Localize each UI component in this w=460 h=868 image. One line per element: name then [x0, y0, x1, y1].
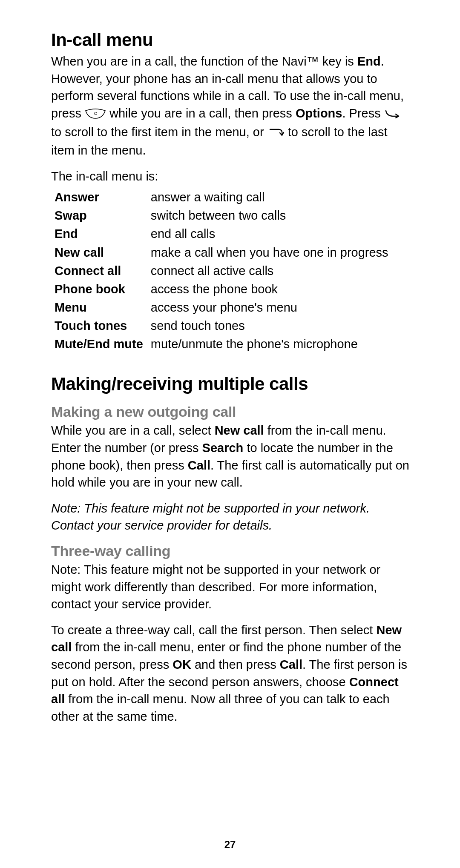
menu-term: End — [55, 225, 151, 243]
scroll-up-icon — [267, 124, 285, 142]
table-row: Phone bookaccess the phone book — [55, 280, 388, 298]
menu-term: Menu — [55, 298, 151, 317]
bold-new-call: New call — [215, 424, 264, 437]
menu-term: Phone book — [55, 280, 151, 298]
c-key-icon: c — [85, 106, 106, 124]
menu-desc: access the phone book — [151, 280, 388, 298]
heading-multiple-calls: Making/receiving multiple calls — [51, 374, 413, 394]
text: While you are in a call, select — [51, 424, 215, 437]
bold-call: Call — [188, 458, 210, 472]
menu-term: Mute/End mute — [55, 335, 151, 353]
menu-desc: make a call when you have one in progres… — [151, 243, 388, 262]
table-row: Touch tonessend touch tones — [55, 317, 388, 335]
bold-options: Options — [296, 106, 342, 120]
svg-text:c: c — [94, 110, 97, 116]
menu-desc: connect all active calls — [151, 262, 388, 280]
text: from the in-call menu. Now all three of … — [51, 692, 390, 723]
table-row: Menuaccess your phone's menu — [55, 298, 388, 317]
scroll-down-icon — [384, 106, 401, 123]
text: To create a three-way call, call the fir… — [51, 623, 377, 637]
menu-desc: end all calls — [151, 225, 388, 243]
table-row: Endend all calls — [55, 225, 388, 243]
menu-term: Swap — [55, 206, 151, 225]
text: while you are in a call, then press — [109, 106, 296, 120]
subheading-three-way: Three-way calling — [51, 543, 413, 559]
table-row: Mute/End mutemute/unmute the phone's mic… — [55, 335, 388, 353]
menu-desc: mute/unmute the phone's microphone — [151, 335, 388, 353]
threeway-note: Note: This feature might not be supporte… — [51, 561, 413, 613]
text: to scroll to the first item in the menu,… — [51, 125, 267, 139]
page-number: 27 — [0, 839, 460, 851]
heading-in-call-menu: In-call menu — [51, 30, 413, 50]
text: and then press — [191, 658, 280, 671]
menu-term: Answer — [55, 188, 151, 206]
menu-desc: access your phone's menu — [151, 298, 388, 317]
menu-term: Touch tones — [55, 317, 151, 335]
table-row: Connect allconnect all active calls — [55, 262, 388, 280]
bold-end: End — [357, 54, 381, 68]
in-call-menu-table: Answeranswer a waiting callSwapswitch be… — [55, 188, 388, 353]
text: When you are in a call, the function of … — [51, 54, 357, 68]
table-row: Swapswitch between two calls — [55, 206, 388, 225]
menu-desc: switch between two calls — [151, 206, 388, 225]
bold-ok: OK — [172, 658, 191, 671]
menu-desc: send touch tones — [151, 317, 388, 335]
threeway-paragraph: To create a three-way call, call the fir… — [51, 622, 413, 725]
intro-paragraph: When you are in a call, the function of … — [51, 53, 413, 159]
menu-term: New call — [55, 243, 151, 262]
table-row: New callmake a call when you have one in… — [55, 243, 388, 262]
menu-term: Connect all — [55, 262, 151, 280]
outgoing-paragraph: While you are in a call, select New call… — [51, 422, 413, 491]
bold-search: Search — [202, 441, 244, 455]
table-row: Answeranswer a waiting call — [55, 188, 388, 206]
menu-intro-text: The in-call menu is: — [51, 168, 413, 185]
bold-call: Call — [280, 658, 302, 671]
manual-page: In-call menu When you are in a call, the… — [0, 0, 460, 725]
note-network: Note: This feature might not be supporte… — [51, 500, 413, 534]
menu-desc: answer a waiting call — [151, 188, 388, 206]
subheading-new-outgoing: Making a new outgoing call — [51, 404, 413, 420]
text: . Press — [342, 106, 384, 120]
